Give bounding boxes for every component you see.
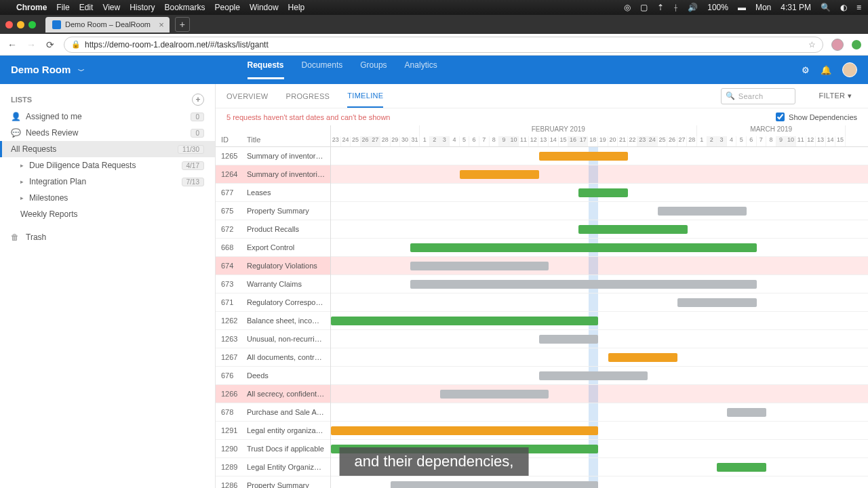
menu-view[interactable]: View (102, 3, 120, 12)
wifi-icon[interactable]: ⟊ (673, 3, 678, 12)
task-row[interactable]: 1290 Trust Docs if applicable (216, 440, 330, 458)
room-selector[interactable]: Demo Room ﹀ (11, 64, 85, 76)
day-label: 3 (440, 136, 450, 146)
task-row[interactable]: 1286 Property Summary (216, 476, 330, 488)
back-icon[interactable]: ← (7, 39, 18, 50)
search-input[interactable]: 🔍 Search (721, 88, 795, 104)
task-row[interactable]: 677 Leases (216, 184, 330, 202)
task-row[interactable]: 1291 Legal entity organizational ch... (216, 422, 330, 440)
gantt-timeline[interactable]: FEBRUARY 2019MARCH 2019 2324252627282930… (331, 125, 868, 488)
notifications-icon[interactable]: ≡ (856, 3, 861, 12)
sidebar-trash[interactable]: 🗑 Trash (0, 229, 215, 245)
status-icon[interactable]: ◎ (624, 3, 631, 12)
gantt-bar[interactable] (460, 170, 539, 179)
show-dependencies-toggle[interactable]: Show Dependencies (776, 113, 857, 121)
gantt-bar[interactable] (410, 243, 757, 252)
sidebar-sub-item[interactable]: Weekly Reports (0, 206, 215, 222)
gantt-bar[interactable] (539, 371, 648, 380)
tab-progress[interactable]: PROGRESS (286, 85, 330, 107)
tab-timeline[interactable]: TIMELINE (347, 85, 383, 108)
address-bar[interactable]: 🔒 https://demo-room-1.dealroom.net/#/tas… (64, 37, 823, 53)
task-row[interactable]: 1289 Legal Entity Organizational D... (216, 458, 330, 476)
task-row[interactable]: 1266 All secrecy, confidentiality an... (216, 385, 330, 403)
menu-window[interactable]: Window (250, 3, 279, 12)
close-tab-icon[interactable]: × (159, 20, 164, 30)
gantt-bar[interactable] (539, 152, 628, 161)
task-row[interactable]: 1263 Unusual, non-recurring and e... (216, 330, 330, 348)
task-row[interactable]: 1265 Summary of inventory write ... (216, 147, 330, 165)
task-row[interactable]: 676 Deeds (216, 367, 330, 385)
task-row[interactable]: 671 Regulatory Correspondence (216, 293, 330, 312)
menu-people[interactable]: People (215, 3, 240, 12)
task-row[interactable]: 1267 All documents, contracts or a... (216, 348, 330, 367)
bookmark-star-icon[interactable]: ☆ (808, 40, 816, 49)
bluetooth-icon[interactable]: ⇡ (657, 3, 664, 12)
forward-icon[interactable]: → (26, 39, 37, 50)
gantt-bar[interactable] (410, 262, 549, 270)
profile-avatar[interactable] (831, 39, 844, 51)
browser-tab[interactable]: Demo Room – DealRoom × (45, 17, 170, 33)
extension-icon[interactable] (852, 40, 861, 49)
reload-icon[interactable]: ⟳ (45, 39, 56, 50)
filter-button[interactable]: FILTER ▾ (813, 92, 857, 100)
show-dependencies-checkbox[interactable] (776, 113, 785, 121)
task-row[interactable]: 675 Property Summary (216, 202, 330, 220)
gantt-bar[interactable] (331, 426, 598, 435)
nav-documents[interactable]: Documents (302, 60, 343, 79)
gantt-bar[interactable] (578, 225, 688, 234)
menu-help[interactable]: Help (288, 3, 305, 12)
window-minimize[interactable] (17, 21, 24, 28)
sidebar-item[interactable]: 👤 Assigned to me 0 (0, 108, 215, 125)
nav-groups[interactable]: Groups (360, 60, 387, 79)
gear-icon[interactable]: ⚙ (802, 65, 810, 75)
user-avatar[interactable] (842, 62, 857, 77)
col-title: Title (247, 136, 260, 144)
new-tab-button[interactable]: + (175, 17, 190, 32)
task-row[interactable]: 673 Warranty Claims (216, 275, 330, 293)
gantt-bar[interactable] (717, 463, 766, 472)
menu-edit[interactable]: Edit (79, 3, 94, 12)
tab-overview[interactable]: OVERVIEW (226, 85, 269, 107)
sidebar-sub-item[interactable]: ▸ Milestones (0, 190, 215, 206)
airplay-icon[interactable]: ▢ (640, 3, 648, 12)
task-row[interactable]: 668 Export Control (216, 239, 330, 257)
nav-analytics[interactable]: Analytics (405, 60, 437, 79)
gantt-bar[interactable] (440, 390, 549, 399)
task-id: 1266 (221, 390, 247, 398)
sidebar-sub-item[interactable]: ▸ Due Diligence Data Requests 4/17 (0, 157, 215, 174)
gantt-row (331, 257, 868, 275)
task-row[interactable]: 1262 Balance sheet, income state... (216, 312, 330, 330)
sidebar-item-all-requests[interactable]: All Requests 11/30 (0, 141, 215, 157)
task-row[interactable]: 1264 Summary of inventories by b... (216, 165, 330, 184)
volume-icon[interactable]: 🔊 (688, 3, 698, 12)
window-maximize[interactable] (28, 21, 36, 28)
gantt-bar[interactable] (539, 335, 599, 344)
menu-file[interactable]: File (56, 3, 69, 12)
nav-requests[interactable]: Requests (248, 60, 284, 79)
add-list-button[interactable]: + (192, 94, 204, 106)
siri-icon[interactable]: ◐ (840, 3, 847, 12)
battery-icon[interactable]: ▬ (738, 3, 746, 12)
bell-icon[interactable]: 🔔 (821, 65, 831, 75)
gantt-bar[interactable] (331, 317, 598, 325)
sidebar-icon: 💬 (11, 128, 20, 138)
spotlight-icon[interactable]: 🔍 (821, 3, 831, 12)
gantt-bar[interactable] (608, 353, 677, 362)
sidebar-sub-item[interactable]: ▸ Integration Plan 7/13 (0, 174, 215, 190)
menu-history[interactable]: History (130, 3, 155, 12)
gantt-bar[interactable] (727, 408, 766, 417)
show-dependencies-label: Show Dependencies (789, 113, 857, 121)
gantt-bar[interactable] (391, 481, 599, 488)
task-row[interactable]: 672 Product Recalls (216, 220, 330, 239)
menu-bookmarks[interactable]: Bookmarks (165, 3, 205, 12)
gantt-bar[interactable] (677, 298, 757, 307)
sidebar-item[interactable]: 💬 Needs Review 0 (0, 125, 215, 141)
gantt-bar[interactable] (410, 280, 757, 289)
task-row[interactable]: 674 Regulatory Violations (216, 257, 330, 275)
window-close[interactable] (5, 21, 13, 28)
gantt-bar[interactable] (658, 207, 747, 216)
gantt-bar[interactable] (578, 188, 628, 197)
task-row[interactable]: 678 Purchase and Sale Agreements (216, 403, 330, 422)
gantt-row (331, 147, 868, 165)
menu-app[interactable]: Chrome (16, 3, 47, 12)
